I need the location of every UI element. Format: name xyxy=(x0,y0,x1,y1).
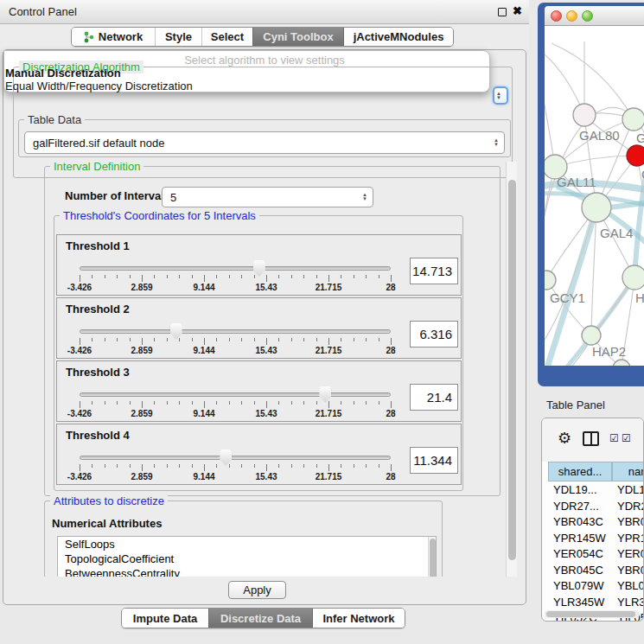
table-cell[interactable]: YLR345W xyxy=(553,595,604,611)
slider-track[interactable] xyxy=(80,392,391,397)
tick-mark xyxy=(379,275,379,278)
numerical-attributes-list[interactable]: SelfLoopsTopologicalCoefficientBetweenne… xyxy=(57,536,437,577)
checkbox-icon[interactable]: ☑ xyxy=(622,432,631,444)
edge[interactable] xyxy=(555,119,634,167)
tick-mark xyxy=(254,401,255,405)
tick-mark xyxy=(142,275,143,282)
tab-cyni-toolbox[interactable]: Cyni Toolbox xyxy=(252,28,343,46)
network-node-selected[interactable] xyxy=(627,145,644,166)
table-cell[interactable]: YPR14 xyxy=(617,531,644,547)
table-cell[interactable]: YDL19... xyxy=(553,482,597,499)
threshold-value-field[interactable]: 11.344 xyxy=(410,447,458,474)
table-data-combo[interactable]: galFiltered.sif default node ▲▼ xyxy=(24,131,505,154)
tick-mark xyxy=(229,464,230,468)
column-header-shared-name[interactable]: shared... xyxy=(548,462,612,481)
table-cell[interactable]: YER054C xyxy=(553,546,603,563)
table-cell[interactable]: YDR27 xyxy=(617,499,644,515)
tab-select[interactable]: Select xyxy=(201,28,252,46)
table-cell[interactable]: YLR34 xyxy=(617,595,644,611)
tab-impute-data[interactable]: Impute Data xyxy=(122,609,208,628)
tab-label: Select xyxy=(211,30,244,43)
tick-mark xyxy=(328,275,329,282)
tick-mark xyxy=(105,338,105,341)
table-horizontal-scrollbar[interactable] xyxy=(545,610,640,618)
table-cell[interactable]: YBR04 xyxy=(617,514,644,531)
slider-thumb[interactable] xyxy=(170,323,182,340)
checkbox-icon[interactable]: ☑ xyxy=(609,432,619,444)
table-horizontal-scrollbar-thumb[interactable] xyxy=(546,611,635,617)
tick-mark xyxy=(316,338,317,341)
tick-mark xyxy=(366,338,367,341)
panel-scrollbar[interactable] xyxy=(506,162,517,577)
attributes-list-scrollbar[interactable] xyxy=(428,537,436,577)
network-node[interactable] xyxy=(622,265,644,290)
thresholds-group: Threshold's Coordinates for 5 Intervals … xyxy=(54,215,463,491)
network-node[interactable] xyxy=(545,271,556,290)
columns-icon[interactable] xyxy=(583,431,599,446)
tick-mark xyxy=(167,464,168,468)
algorithm-option-equal-width[interactable]: Equal Width/Frequency Discretization xyxy=(5,80,193,92)
control-panel-titlebar: Control Panel ✖ xyxy=(0,0,529,24)
network-node[interactable] xyxy=(622,108,644,131)
tick-mark xyxy=(117,401,118,405)
tick-label: 21.715 xyxy=(316,283,342,292)
table-cell[interactable]: YER05 xyxy=(617,546,644,563)
tick-label: 15.43 xyxy=(255,472,277,481)
threshold-value-field[interactable]: 21.4 xyxy=(410,384,458,411)
panel-scrollbar-thumb[interactable] xyxy=(508,180,516,560)
network-canvas[interactable]: GAL80GACGAL11GAL4GCY1HHAP2 xyxy=(545,26,644,366)
threshold-value-field[interactable]: 6.316 xyxy=(410,321,458,348)
column-header-name[interactable]: name xyxy=(612,462,644,481)
network-node[interactable] xyxy=(582,326,601,345)
list-item[interactable]: SelfLoops xyxy=(58,537,436,552)
gear-icon[interactable]: ⚙ xyxy=(558,429,571,448)
algorithm-combo-spinner[interactable]: ▲▼ xyxy=(493,86,508,105)
close-traffic-light-icon[interactable] xyxy=(551,10,562,22)
minimize-traffic-light-icon[interactable] xyxy=(566,10,577,22)
table-cell[interactable]: YPR145W xyxy=(553,531,606,547)
float-window-icon[interactable] xyxy=(498,8,507,16)
tick-mark xyxy=(142,401,143,408)
tab-network[interactable]: Network xyxy=(72,28,155,46)
tab-discretize-data[interactable]: Discretize Data xyxy=(208,609,312,628)
tab-label: jActiveMNodules xyxy=(354,30,444,43)
num-intervals-combo[interactable]: 5 ▲▼ xyxy=(162,187,373,207)
tab-infer-network[interactable]: Infer Network xyxy=(312,609,405,628)
edge[interactable] xyxy=(545,78,555,167)
attributes-list-scrollbar-thumb[interactable] xyxy=(430,539,436,577)
network-node[interactable] xyxy=(573,104,596,126)
apply-button[interactable]: Apply xyxy=(228,581,286,599)
table-panel: ⚙ ☑ ☑ shared...nameYDL19...YDL19YDR27...… xyxy=(541,418,644,622)
algorithm-option-manual[interactable]: Manual Discretization xyxy=(5,67,121,80)
zoom-traffic-light-icon[interactable] xyxy=(582,10,593,22)
network-node[interactable] xyxy=(613,360,630,366)
tick-mark xyxy=(179,275,180,278)
tick-mark xyxy=(204,401,205,408)
list-item[interactable]: TopologicalCoefficient xyxy=(58,552,436,566)
list-item[interactable]: BetweennessCentrality xyxy=(58,566,436,577)
slider-track[interactable] xyxy=(80,329,391,334)
table-cell[interactable]: YBR043C xyxy=(553,514,603,531)
network-node[interactable] xyxy=(582,193,611,222)
slider-track[interactable] xyxy=(80,266,391,271)
table-cell[interactable]: YDR27... xyxy=(553,499,599,515)
table-cell[interactable]: YBL079W xyxy=(553,578,604,595)
slider-thumb[interactable] xyxy=(319,386,331,403)
tab-style[interactable]: Style xyxy=(155,28,201,46)
table-cell[interactable]: YBR04 xyxy=(617,563,644,579)
slider-thumb[interactable] xyxy=(220,450,232,466)
table-cell[interactable]: YDL19 xyxy=(617,482,644,499)
slider-track[interactable] xyxy=(80,456,391,460)
threshold-value-field[interactable]: 14.713 xyxy=(410,258,458,284)
tick-mark xyxy=(341,338,341,341)
table-cell[interactable]: YBL07 xyxy=(617,578,644,595)
tab-jactivemnodules[interactable]: jActiveMNodules xyxy=(343,28,453,46)
tick-mark xyxy=(204,275,205,282)
close-icon[interactable]: ✖ xyxy=(513,4,522,17)
table-cell[interactable]: YBR045C xyxy=(553,563,603,579)
tick-mark xyxy=(105,275,105,278)
tick-label: -3.426 xyxy=(67,346,92,355)
tab-label: Impute Data xyxy=(133,612,197,625)
slider-thumb[interactable] xyxy=(253,260,265,277)
threshold-label: Threshold 2 xyxy=(66,303,130,316)
